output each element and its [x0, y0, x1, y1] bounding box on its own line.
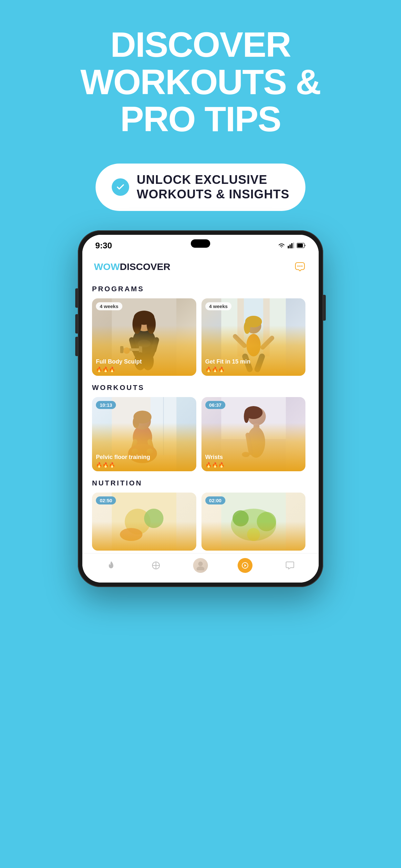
svg-point-70	[198, 562, 203, 566]
check-icon	[112, 178, 129, 196]
app-content: PROGRAMS	[82, 285, 319, 551]
svg-rect-5	[297, 244, 303, 247]
nutrition-card-1-gradient	[92, 522, 196, 551]
workout-card-2-flames: 🔥🔥🔥	[205, 462, 302, 468]
app-header: WOWDISCOVER	[82, 253, 319, 277]
bottom-nav	[82, 553, 319, 583]
svg-rect-0	[288, 246, 289, 248]
workout-card-1-time: 10:13	[96, 401, 116, 409]
svg-rect-1	[290, 245, 291, 248]
wifi-icon	[278, 243, 285, 248]
nutrition-card-2[interactable]: 02:00	[201, 493, 306, 551]
nutrition-row: 02:50	[92, 493, 309, 551]
logo-wow: WOW	[94, 261, 120, 272]
hero-title: DISCOVER WORKOUTS & PRO TIPS	[19, 26, 382, 138]
program-card-1-info: Full Body Sculpt 🔥🔥🔥	[96, 359, 193, 373]
nav-item-profile[interactable]	[193, 558, 208, 573]
logo-discover: DISCOVER	[120, 261, 170, 272]
nutrition-card-1-time: 02:50	[96, 496, 116, 504]
nutrition-section-title: NUTRITION	[92, 479, 309, 487]
svg-point-7	[299, 266, 300, 267]
svg-point-52	[244, 410, 249, 423]
program-card-1-title: Full Body Sculpt	[96, 359, 193, 365]
workout-card-1-title: Pelvic floor training	[96, 454, 193, 461]
svg-point-6	[297, 266, 299, 267]
nutrition-card-1[interactable]: 02:50	[92, 493, 196, 551]
nav-item-discover[interactable]	[238, 558, 253, 573]
nutrition-card-2-gradient	[201, 522, 306, 551]
status-bar: 9:30	[82, 235, 319, 253]
svg-rect-2	[291, 243, 292, 248]
support-icon[interactable]	[293, 260, 307, 274]
workout-card-1-info: Pelvic floor training 🔥🔥🔥	[96, 454, 193, 468]
svg-rect-3	[293, 243, 294, 248]
app-logo: WOWDISCOVER	[94, 261, 170, 272]
flame-nav-icon	[104, 558, 118, 573]
nav-item-nutrition[interactable]	[148, 558, 163, 573]
program-card-2-flames: 🔥🔥🔥	[205, 366, 302, 373]
phone-mockup: 9:30	[0, 230, 401, 613]
battery-icon	[297, 243, 306, 248]
workout-card-2-time: 06:37	[205, 401, 225, 409]
signal-icon	[288, 243, 294, 248]
workout-card-2-title: Wrists	[205, 454, 302, 461]
chat-nav-icon	[283, 558, 297, 573]
programs-row: 4 weeks Full Body Sculpt 🔥🔥🔥	[92, 298, 309, 376]
nav-item-flame[interactable]	[104, 558, 118, 573]
nav-item-chat[interactable]	[283, 558, 297, 573]
workout-card-1-flames: 🔥🔥🔥	[96, 462, 193, 468]
program-card-2[interactable]: 4 weeks Get Fit in 15 min 🔥🔥🔥	[201, 298, 306, 376]
program-card-1[interactable]: 4 weeks Full Body Sculpt 🔥🔥🔥	[92, 298, 196, 376]
program-card-2-weeks: 4 weeks	[205, 302, 232, 310]
avatar-nav-icon	[193, 558, 208, 573]
food-nav-icon	[148, 558, 163, 573]
program-card-1-flames: 🔥🔥🔥	[96, 366, 193, 373]
status-icons	[278, 243, 306, 248]
hero-section: DISCOVER WORKOUTS & PRO TIPS	[0, 0, 401, 151]
workout-card-1[interactable]: 10:13 Pelvic floor training 🔥🔥🔥	[92, 397, 196, 471]
program-card-2-title: Get Fit in 15 min	[205, 359, 302, 365]
phone-screen: 9:30	[82, 235, 319, 583]
svg-point-71	[197, 566, 204, 570]
workout-card-2[interactable]: 06:37 Wrists 🔥🔥🔥	[201, 397, 306, 471]
svg-marker-73	[245, 564, 246, 567]
program-card-1-weeks: 4 weeks	[96, 302, 122, 310]
unlock-text: UNLOCK EXCLUSIVE WORKOUTS & INSIGHTS	[137, 173, 290, 202]
workout-card-2-info: Wrists 🔥🔥🔥	[205, 454, 302, 468]
programs-section-title: PROGRAMS	[92, 285, 309, 293]
dynamic-island	[191, 239, 210, 248]
workouts-row: 10:13 Pelvic floor training 🔥🔥🔥	[92, 397, 309, 471]
svg-point-8	[301, 266, 303, 267]
workouts-section-title: WORKOUTS	[92, 383, 309, 392]
unlock-badge[interactable]: UNLOCK EXCLUSIVE WORKOUTS & INSIGHTS	[95, 163, 306, 211]
discover-nav-icon	[238, 558, 253, 573]
program-card-2-info: Get Fit in 15 min 🔥🔥🔥	[205, 359, 302, 373]
status-time: 9:30	[95, 241, 112, 251]
phone-frame: 9:30	[78, 230, 323, 587]
nutrition-card-2-time: 02:00	[205, 496, 225, 504]
